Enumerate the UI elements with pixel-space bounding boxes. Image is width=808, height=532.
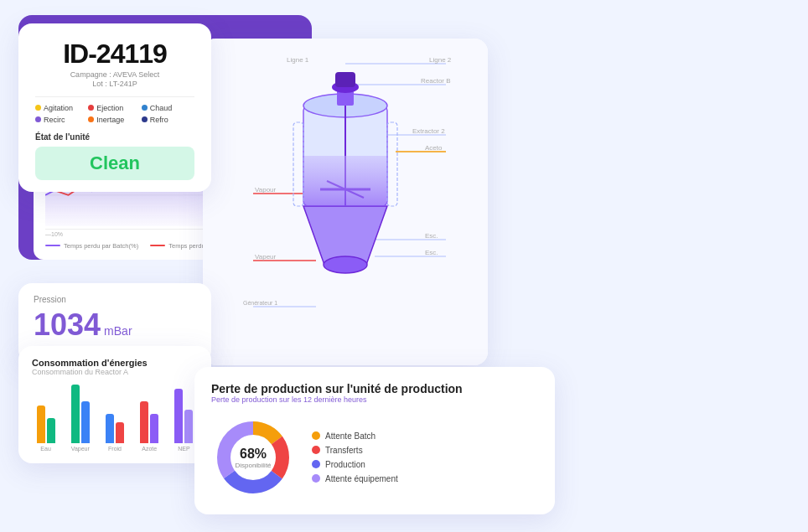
reactor-schema-svg: Ligne 1 Ligne 2 Reactor B Extractor 2 Ac… — [203, 39, 488, 365]
svg-text:Ligne 2: Ligne 2 — [429, 56, 452, 64]
bar-nep-1 — [174, 389, 183, 443]
dot-attente-batch — [312, 431, 320, 440]
campaign-label: Campagne : AVEVA Select — [35, 70, 194, 79]
legend-transferts: Transferts — [312, 446, 398, 455]
tag-inertage: Inertage — [88, 116, 141, 124]
bar-azote-1 — [140, 401, 148, 443]
dot-transferts — [312, 446, 320, 454]
pression-value: 1034 mBar — [34, 307, 196, 343]
legend-production: Production — [312, 460, 398, 469]
tag-refro: Refro — [142, 116, 194, 124]
svg-text:Aceto: Aceto — [425, 144, 443, 152]
legend-item-pct: Temps perdu par Batch(%) — [45, 242, 138, 250]
bar-eau-1 — [37, 405, 45, 443]
id-number: ID-24119 — [35, 39, 194, 70]
tag-chaud: Chaud — [142, 104, 194, 112]
bar-vapeur-1 — [71, 385, 80, 443]
svg-text:Ligne 1: Ligne 1 — [287, 56, 309, 64]
bar-vapeur-2 — [81, 401, 90, 443]
bar-group-vapeur: Vapeur — [66, 385, 94, 452]
clean-badge: Clean — [35, 147, 194, 180]
donut-label: 68% Disponibilité — [235, 446, 271, 468]
production-content: 68% Disponibilité Attente Batch Transfer… — [211, 416, 538, 499]
legend-line-purple — [45, 245, 60, 246]
lot-label: Lot : LT-241P — [35, 80, 194, 88]
energy-card: Consommation d'énergies Consommation du … — [18, 346, 211, 463]
svg-text:Esc.: Esc. — [425, 249, 438, 256]
svg-text:Vapour: Vapour — [255, 186, 277, 194]
bar-group-froid: Froid — [101, 414, 128, 452]
divider — [35, 96, 194, 97]
svg-text:Extractor 2: Extractor 2 — [412, 127, 445, 135]
donut-dispo: Disponibilité — [235, 461, 271, 468]
svg-point-26 — [324, 256, 367, 273]
svg-text:Reactor B: Reactor B — [421, 77, 451, 85]
svg-rect-32 — [304, 156, 386, 206]
legend-line-red — [150, 245, 165, 246]
svg-rect-31 — [335, 72, 355, 87]
chaud-icon — [142, 105, 148, 111]
refro-icon — [142, 116, 148, 122]
production-legend: Attente Batch Transferts Production Atte… — [312, 431, 398, 483]
recirc-icon — [35, 116, 41, 122]
svg-text:Esc.: Esc. — [425, 232, 438, 240]
y-left-bottom: —10% — [45, 231, 63, 237]
production-card: Perte de production sur l'unité de produ… — [194, 367, 555, 514]
inertage-icon — [88, 116, 94, 122]
bar-froid-1 — [106, 414, 114, 443]
bar-froid-2 — [116, 422, 124, 443]
production-subtitle: Perte de production sur les 12 dernière … — [211, 395, 538, 404]
bar-chart: Eau Vapeur Froid — [32, 385, 198, 452]
reactor-diagram-card: Ligne 1 Ligne 2 Reactor B Extractor 2 Ac… — [203, 39, 488, 365]
dashboard: ID-24119 Campagne : AVEVA Select Lot : L… — [18, 15, 790, 518]
svg-text:Générateur 1: Générateur 1 — [243, 300, 277, 306]
pression-unit: mBar — [104, 324, 132, 338]
bar-group-eau: Eau — [32, 405, 60, 452]
bar-azote-2 — [150, 414, 158, 443]
bar-nep-2 — [184, 410, 193, 443]
pression-label: Pression — [34, 295, 196, 304]
tag-recirc: Recirc — [35, 116, 88, 124]
tag-agitation: Agitation — [35, 104, 88, 112]
energy-subtitle: Consommation du Reactor A — [32, 368, 198, 376]
energy-title: Consommation d'énergies — [32, 358, 198, 368]
tag-ejection: Ejection — [88, 104, 141, 112]
agitation-icon — [35, 105, 41, 111]
tags-grid: Agitation Ejection Chaud Recirc Inertage… — [35, 104, 194, 124]
legend-attente-equipement: Attente équipement — [312, 474, 398, 483]
donut-percentage: 68% — [235, 446, 271, 461]
bar-group-azote: Azote — [136, 401, 163, 452]
legend-attente-batch: Attente Batch — [312, 431, 398, 441]
ejection-icon — [88, 105, 94, 111]
etat-label: État de l'unité — [35, 132, 194, 142]
dot-attente-equipement — [312, 474, 320, 483]
production-title: Perte de production sur l'unité de produ… — [211, 382, 538, 395]
donut-chart: 68% Disponibilité — [211, 416, 295, 499]
id-card: ID-24119 Campagne : AVEVA Select Lot : L… — [18, 23, 211, 192]
svg-text:Vapeur: Vapeur — [255, 253, 277, 261]
dot-production — [312, 460, 320, 468]
bar-eau-2 — [47, 418, 55, 443]
